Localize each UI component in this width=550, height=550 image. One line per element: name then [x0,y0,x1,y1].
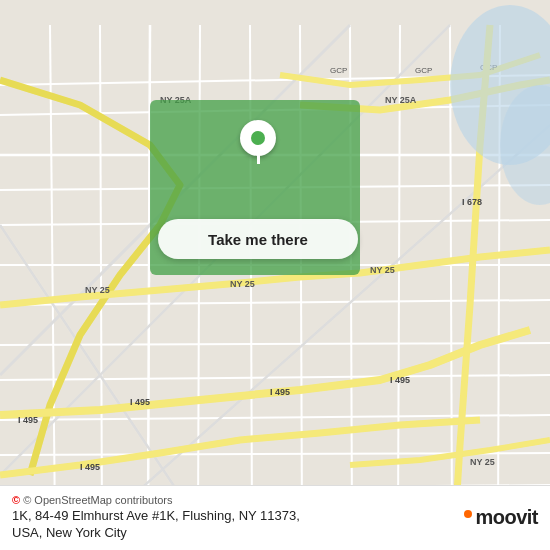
svg-text:NY 25: NY 25 [470,457,495,467]
moovit-dot [464,510,472,518]
address-line2: USA, New York City [12,525,300,540]
svg-text:I 495: I 495 [130,397,150,407]
svg-text:NY 25: NY 25 [370,265,395,275]
osm-text: © OpenStreetMap contributors [23,494,172,506]
moovit-logo: moovit [464,506,538,529]
svg-text:GCP: GCP [330,66,347,75]
osm-icon: © [12,494,20,506]
moovit-text: moovit [475,506,538,529]
bottom-bar: © © OpenStreetMap contributors 1K, 84-49… [0,485,550,550]
take-me-there-button[interactable]: Take me there [158,219,358,259]
address-line1: 1K, 84-49 Elmhurst Ave #1K, Flushing, NY… [12,508,300,523]
svg-text:I 678: I 678 [462,197,482,207]
map-pin [240,120,276,164]
app-container: NY 25A GCP GCP GCP I 495 I 495 I 495 I 4… [0,0,550,550]
svg-text:NY 25A: NY 25A [385,95,417,105]
map-area[interactable]: NY 25A GCP GCP GCP I 495 I 495 I 495 I 4… [0,0,550,550]
osm-attribution: © © OpenStreetMap contributors [12,494,300,506]
svg-text:I 495: I 495 [18,415,38,425]
map-svg: NY 25A GCP GCP GCP I 495 I 495 I 495 I 4… [0,0,550,550]
svg-text:NY 25: NY 25 [85,285,110,295]
svg-text:NY 25: NY 25 [230,279,255,289]
svg-text:I 495: I 495 [80,462,100,472]
svg-text:I 495: I 495 [390,375,410,385]
svg-text:I 495: I 495 [270,387,290,397]
bottom-left-info: © © OpenStreetMap contributors 1K, 84-49… [12,494,300,540]
svg-text:GCP: GCP [415,66,432,75]
